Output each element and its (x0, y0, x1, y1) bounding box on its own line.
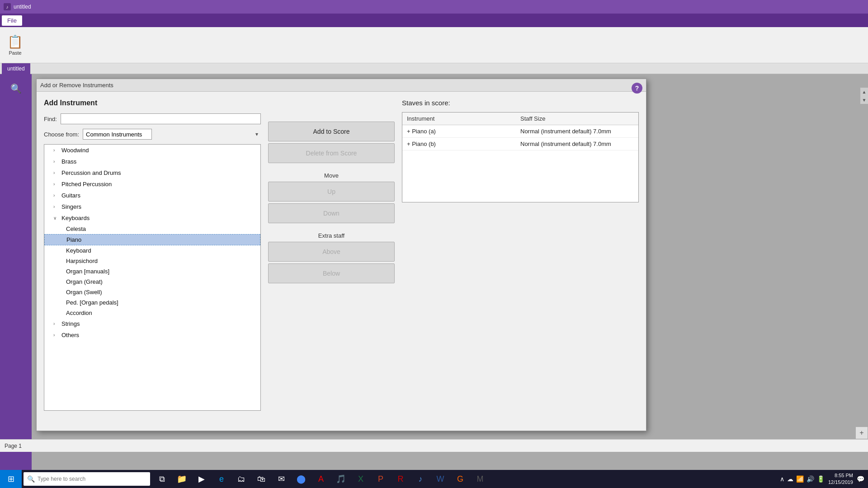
staves-cell-piano-b-size: Normal (instrument default) 7.0mm (520, 141, 634, 147)
chevron-strings-icon: › (53, 321, 59, 326)
tray-icons: ∧ ☁ 📶 🔊 🔋 (780, 475, 825, 483)
taskbar-mail-icon[interactable]: ✉ (271, 470, 291, 488)
move-up-button[interactable]: Up (268, 182, 395, 202)
instrument-harpsichord[interactable]: Harpsichord (44, 256, 260, 266)
add-remove-dialog: Add or Remove Instruments ? Add Instrume… (36, 79, 646, 431)
chevron-pitched-icon: › (53, 182, 59, 187)
staves-cell-piano-a-name: + Piano (a) (407, 128, 520, 135)
staves-cell-piano-a-size: Normal (instrument default) 7.0mm (520, 128, 634, 135)
category-keyboards-label: Keyboards (61, 215, 90, 221)
panel-title: Add Instrument (44, 99, 261, 107)
taskbar-store-icon[interactable]: 🛍 (251, 470, 271, 488)
below-button[interactable]: Below (268, 263, 395, 283)
category-pitched-label: Pitched Percussion (61, 181, 112, 188)
category-strings[interactable]: › Strings (44, 318, 260, 329)
instrument-organ-manuals[interactable]: Organ [manuals] (44, 266, 260, 277)
choose-from-row: Choose from: Common InstrumentsAll Instr… (44, 129, 261, 140)
action-center-icon[interactable]: 💬 (857, 475, 864, 483)
taskbar-media-icon[interactable]: ▶ (192, 470, 212, 488)
move-down-button[interactable]: Down (268, 203, 395, 223)
taskbar: ⊞ 🔍 ⧉ 📁 ▶ e 🗂 🛍 ✉ ⬤ A 🎵 X P R ♪ W G M ∧ … (0, 470, 868, 488)
zoom-plus-button[interactable]: + (855, 427, 868, 439)
move-label: Move (268, 172, 395, 179)
sidebar-search[interactable]: 🔍 (2, 78, 29, 100)
taskbar-app9-icon[interactable]: R (391, 470, 410, 488)
delete-from-score-button[interactable]: Delete from Score (268, 143, 395, 163)
search-icon: 🔍 (10, 83, 22, 94)
instrument-piano[interactable]: Piano (44, 234, 260, 245)
category-brass[interactable]: › Brass (44, 156, 260, 167)
instrument-celesta[interactable]: Celesta (44, 224, 260, 234)
find-input[interactable] (61, 113, 261, 124)
choose-from-select[interactable]: Common InstrumentsAll Instruments (83, 129, 152, 140)
tray-time: 8:55 PM 12/15/2019 (828, 472, 853, 486)
taskbar-word-icon[interactable]: W (430, 470, 450, 488)
staves-row-piano-b[interactable]: + Piano (b) Normal (instrument default) … (402, 138, 638, 150)
category-woodwind[interactable]: › Woodwind (44, 145, 260, 156)
category-singers-label: Singers (61, 203, 81, 210)
dialog-overlay: Add or Remove Instruments ? Add Instrume… (32, 74, 868, 470)
tray-onedrive-icon[interactable]: ☁ (787, 475, 793, 483)
chevron-brass-icon: › (53, 159, 59, 164)
find-label: Find: (44, 116, 57, 122)
tab-untitled[interactable]: untitled (2, 63, 30, 74)
paste-button[interactable]: 📋 Paste (4, 33, 27, 57)
taskbar-search-icon: 🔍 (27, 475, 35, 483)
category-pitched[interactable]: › Pitched Percussion (44, 178, 260, 190)
help-button[interactable]: ? (632, 83, 642, 94)
taskbar-files-icon[interactable]: 🗂 (231, 470, 251, 488)
category-guitars[interactable]: › Guitars (44, 190, 260, 201)
taskbar-ppt-icon[interactable]: P (371, 470, 391, 488)
category-others[interactable]: › Others (44, 329, 260, 341)
taskbar-explorer-icon[interactable]: 📁 (172, 470, 192, 488)
dialog-body: Add Instrument Find: Choose from: Commo (37, 92, 646, 418)
tray-volume-icon[interactable]: 🔊 (807, 475, 814, 483)
taskbar-excel-icon[interactable]: X (351, 470, 371, 488)
category-keyboards[interactable]: ∨ Keyboards (44, 212, 260, 224)
clock-time: 8:55 PM (828, 472, 853, 479)
instrument-accordion[interactable]: Accordion (44, 308, 260, 318)
instrument-keyboard[interactable]: Keyboard (44, 245, 260, 256)
category-woodwind-label: Woodwind (61, 147, 89, 154)
tray-expand-icon[interactable]: ∧ (780, 475, 784, 483)
staves-row-piano-a[interactable]: + Piano (a) Normal (instrument default) … (402, 125, 638, 138)
tray-battery-icon[interactable]: 🔋 (817, 475, 825, 483)
taskbar-acrobat-icon[interactable]: A (311, 470, 331, 488)
add-to-score-button[interactable]: Add to Score (268, 122, 395, 141)
taskbar-tray: ∧ ☁ 📶 🔊 🔋 8:55 PM 12/15/2019 💬 (780, 472, 868, 486)
taskbar-music-icon[interactable]: ♪ (410, 470, 430, 488)
taskbar-app7-icon[interactable]: 🎵 (331, 470, 351, 488)
category-others-label: Others (61, 332, 79, 338)
taskbar-search[interactable]: 🔍 (24, 472, 150, 486)
app-icon: ♪ (4, 3, 11, 10)
taskbar-app12-icon[interactable]: M (470, 470, 490, 488)
status-bar: Page 1 (0, 439, 868, 452)
staves-header: Instrument Staff Size (402, 113, 638, 125)
instrument-organ-great[interactable]: Organ (Great) (44, 277, 260, 287)
taskbar-search-input[interactable] (38, 476, 146, 482)
staves-cell-piano-b-name: + Piano (b) (407, 141, 520, 147)
actions-panel: Add to Score Delete from Score Move Up D… (268, 99, 395, 411)
above-button[interactable]: Above (268, 242, 395, 262)
start-button[interactable]: ⊞ (0, 470, 22, 488)
tab-strip: untitled (0, 63, 868, 74)
score-area: ▲ ▼ Add or Remove Instruments ? (32, 74, 868, 470)
tray-network-icon[interactable]: 📶 (796, 475, 804, 483)
taskbar-edge-icon[interactable]: e (212, 470, 231, 488)
category-strings-label: Strings (61, 320, 80, 327)
toolbar: 📋 Paste (0, 27, 868, 63)
find-row: Find: (44, 113, 261, 124)
menu-file[interactable]: File (2, 15, 22, 26)
instrument-organ-swell[interactable]: Organ (Swell) (44, 287, 260, 297)
taskbar-app11-icon[interactable]: G (450, 470, 470, 488)
instrument-ped-organ[interactable]: Ped. [Organ pedals] (44, 297, 260, 308)
category-percussion-label: Percussion and Drums (61, 169, 121, 176)
taskbar-taskview[interactable]: ⧉ (152, 470, 172, 488)
category-percussion[interactable]: › Percussion and Drums (44, 167, 260, 178)
paste-label: Paste (9, 50, 21, 56)
clock-date: 12/15/2019 (828, 479, 853, 486)
instrument-list[interactable]: › Woodwind › Brass › (44, 144, 261, 411)
category-singers[interactable]: › Singers (44, 201, 260, 212)
taskbar-chrome-icon[interactable]: ⬤ (291, 470, 311, 488)
app-window: ♪ untitled File 📋 Paste untitled 🔍 ▲ (0, 0, 868, 470)
